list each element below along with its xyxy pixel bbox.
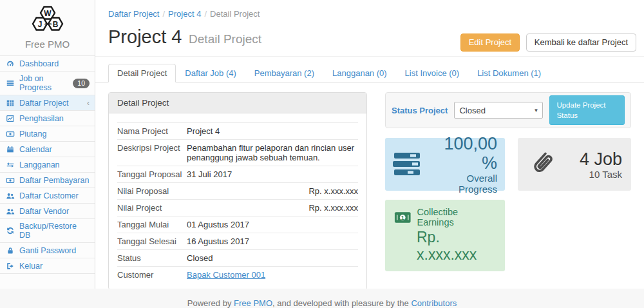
detail-row-customer: Customer Bapak Customer 001: [117, 267, 358, 283]
svg-text:B: B: [52, 20, 58, 29]
dashboard-icon: [6, 59, 15, 68]
sidebar-item-daftar-vendor[interactable]: Daftar Vendor: [0, 204, 95, 219]
svg-text:.com: .com: [44, 22, 52, 26]
page: W J B .com Free PMO Dashboard Job on Pro…: [0, 0, 644, 308]
sidebar-item-label: Backup/Restore DB: [19, 222, 90, 240]
sidebar-item-calendar[interactable]: Calendar: [0, 142, 95, 157]
app-name: Free PMO: [0, 37, 95, 55]
tasks-icon: [6, 79, 15, 88]
sidebar-item-daftar-pembayaran[interactable]: Daftar Pembayaran: [0, 173, 95, 188]
job-count-value: 4 Job: [556, 149, 622, 169]
detail-label: Customer: [117, 270, 187, 280]
detail-label: Nilai Proposal: [117, 186, 187, 196]
sidebar-item-label: Penghasilan: [19, 114, 64, 123]
svg-text:1: 1: [401, 214, 404, 220]
tab-list-invoice[interactable]: List Invoice (0): [396, 64, 469, 82]
detail-row-status: Status Closed: [117, 250, 358, 267]
sidebar-item-langganan[interactable]: Langganan: [0, 157, 95, 173]
sidebar-item-label: Daftar Customer: [19, 191, 79, 200]
detail-label: Tanggal Selesai: [117, 236, 187, 246]
sidebar-item-penghasilan[interactable]: Penghasilan: [0, 111, 95, 126]
table-icon: [6, 98, 15, 108]
jwb-logo-icon: W J B .com: [26, 5, 69, 34]
chevron-left-icon: ‹: [87, 99, 90, 108]
page-footer: Powered by Free PMO, and developed with …: [0, 289, 644, 308]
sidebar-item-label: Piutang: [19, 130, 46, 139]
detail-value: 31 Juli 2017: [187, 169, 358, 179]
tab-detail-project[interactable]: Detail Project: [108, 64, 176, 82]
sidebar-item-daftar-project[interactable]: Daftar Project ‹: [0, 95, 95, 111]
sidebar-item-label: Daftar Project: [19, 99, 68, 108]
overall-progress-card: 100,00 % Overall Progress: [385, 138, 505, 191]
footer-text: Powered by: [187, 298, 232, 308]
sidebar-item-keluar[interactable]: Keluar: [0, 258, 95, 274]
sidebar-item-backup-restore-db[interactable]: Backup/Restore DB: [0, 219, 95, 243]
page-subtitle: Detail Project: [189, 32, 261, 46]
sidebar-item-daftar-customer[interactable]: Daftar Customer: [0, 188, 95, 204]
tab-bar: Detail Project Daftar Job (4) Pembayaran…: [95, 64, 644, 82]
footer-text: , and developed with pleasure by the: [272, 298, 409, 308]
tab-content: Detail Project Nama Project Project 4 De…: [95, 82, 644, 299]
collectible-earnings-label: Collectibe Earnings: [417, 207, 496, 227]
sidebar-item-label: Keluar: [19, 262, 43, 271]
breadcrumb-daftar-project[interactable]: Daftar Project: [108, 9, 159, 19]
detail-value: 16 Agustus 2017: [187, 236, 358, 246]
lock-icon: [6, 245, 15, 255]
sidebar-item-label: Calendar: [19, 145, 52, 154]
detail-label: Tanggal Proposal: [117, 169, 187, 179]
breadcrumb-separator: /: [204, 9, 207, 19]
job-count-card: 4 Job 10 Task: [518, 138, 631, 191]
tab-langganan[interactable]: Langganan (0): [323, 64, 396, 82]
progress-bars-icon: [393, 152, 421, 177]
line-chart-icon: [6, 113, 15, 123]
money-bill-icon: 1: [394, 211, 411, 224]
app-logo: W J B .com: [0, 0, 95, 37]
breadcrumb: Daftar Project/Project 4/Detail Project: [95, 0, 644, 24]
detail-value: Project 4: [187, 126, 358, 136]
sidebar: W J B .com Free PMO Dashboard Job on Pro…: [0, 0, 95, 289]
sidebar-item-ganti-password[interactable]: Ganti Password: [0, 243, 95, 258]
exchange-icon: [6, 160, 15, 169]
overall-progress-label: Overall Progress: [426, 173, 497, 195]
job-count-badge: 10: [73, 79, 90, 88]
update-project-status-button[interactable]: Update Project Status: [549, 95, 625, 125]
sidebar-item-piutang[interactable]: Piutang: [0, 126, 95, 142]
sidebar-menu: Dashboard Job on Progress 10 Daftar Proj…: [0, 55, 95, 274]
detail-row-tanggal-selesai: Tanggal Selesai 16 Agustus 2017: [117, 233, 358, 250]
back-to-project-list-button[interactable]: Kembali ke daftar Project: [526, 34, 636, 52]
detail-value: Penambahan fitur pelaporan dan rincian u…: [187, 143, 358, 162]
status-select[interactable]: Closed: [454, 102, 543, 119]
sidebar-item-label: Job on Progress: [19, 74, 69, 92]
main-wrapper: W J B .com Free PMO Dashboard Job on Pro…: [0, 0, 644, 289]
status-project-panel: Status Project Closed ▼ Update Project S…: [385, 92, 631, 128]
free-pmo-link[interactable]: Free PMO: [234, 298, 272, 308]
tab-daftar-job[interactable]: Daftar Job (4): [176, 64, 245, 82]
sidebar-item-dashboard[interactable]: Dashboard: [0, 56, 95, 72]
detail-row-nama-project: Nama Project Project 4: [117, 123, 358, 140]
customer-link[interactable]: Bapak Customer 001: [187, 270, 265, 280]
breadcrumb-current: Detail Project: [210, 9, 260, 19]
svg-text:W: W: [44, 9, 52, 18]
breadcrumb-separator: /: [162, 9, 165, 19]
task-count-label: 10 Task: [556, 169, 622, 180]
paperclip-icon: [527, 148, 556, 180]
tab-pembayaran[interactable]: Pembayaran (2): [245, 64, 323, 82]
breadcrumb-project-4[interactable]: Project 4: [168, 9, 201, 19]
sidebar-item-job-on-progress[interactable]: Job on Progress 10: [0, 72, 95, 95]
detail-value: 01 Agustus 2017: [187, 220, 358, 229]
sidebar-item-label: Daftar Vendor: [19, 207, 69, 216]
tab-list-dokumen[interactable]: List Dokumen (1): [468, 64, 550, 82]
contributors-link[interactable]: Contributors: [411, 298, 457, 308]
collectible-earnings-value: Rp. x.xxx.xxx: [394, 229, 496, 264]
main-content: Daftar Project/Project 4/Detail Project …: [95, 0, 644, 289]
collectible-earnings-card: 1 Collectibe Earnings Rp. x.xxx.xxx: [385, 200, 505, 271]
detail-panel-title: Detail Project: [109, 93, 366, 113]
sidebar-item-label: Daftar Pembayaran: [19, 176, 89, 185]
detail-table: Nama Project Project 4 Deskripsi Project…: [117, 122, 358, 283]
detail-row-nilai-project: Nilai Project Rp. x.xxx.xxx: [117, 200, 358, 217]
edit-project-button[interactable]: Edit Project: [460, 34, 520, 52]
page-header: Project 4 Detail Project Edit Project Ke…: [95, 24, 644, 57]
money-icon: [6, 175, 15, 185]
sidebar-item-label: Dashboard: [19, 59, 59, 68]
users-icon: [6, 206, 15, 216]
